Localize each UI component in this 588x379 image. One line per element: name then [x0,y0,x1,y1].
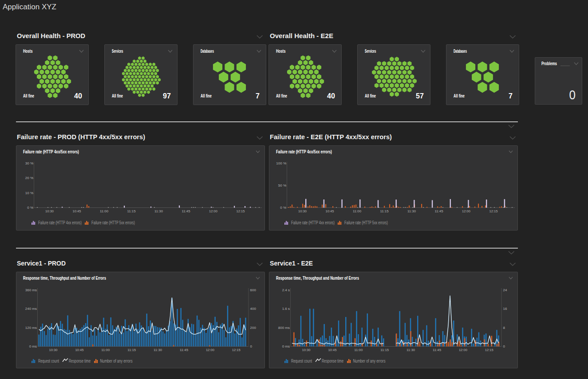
svg-text:11:30: 11:30 [154,348,162,352]
svg-text:12:15: 12:15 [485,348,494,352]
svg-text:8: 8 [503,326,505,330]
svg-text:11:45: 11:45 [435,209,444,213]
svg-text:Hosts: Hosts [23,49,33,54]
svg-text:11:00: 11:00 [354,348,363,352]
svg-text:Response time, Throughput and: Response time, Throughput and Number of … [23,275,106,281]
svg-text:Service1 - E2E: Service1 - E2E [270,259,313,267]
svg-text:12:00: 12:00 [209,209,218,213]
svg-text:Response time: Response time [69,359,91,363]
svg-text:12:15: 12:15 [237,209,245,213]
svg-text:10:45: 10:45 [75,348,84,352]
svg-text:10 %: 10 % [25,191,33,195]
svg-text:0 %: 0 % [280,206,286,210]
svg-text:100 %: 100 % [276,161,286,165]
svg-text:Failure rate - PROD (HTTP 4xx/: Failure rate - PROD (HTTP 4xx/5xx errors… [17,133,145,141]
svg-text:Failure rate (HTTP 5xx errors): Failure rate (HTTP 5xx errors) [91,220,135,225]
svg-text:11:00: 11:00 [101,348,110,352]
svg-text:200: 200 [250,326,257,330]
svg-text:10:30: 10:30 [298,209,307,213]
svg-text:40: 40 [327,92,335,100]
svg-text:12:00: 12:00 [462,209,471,213]
svg-text:10:30: 10:30 [45,209,54,213]
svg-text:11:15: 11:15 [380,348,389,352]
svg-text:11:15: 11:15 [127,348,136,352]
svg-text:30 %: 30 % [25,161,33,165]
svg-text:Overall Health - PROD: Overall Health - PROD [17,32,85,39]
svg-text:10:45: 10:45 [328,348,337,352]
svg-text:360 ms: 360 ms [25,288,37,292]
svg-text:All fine: All fine [112,94,123,98]
svg-text:0: 0 [569,87,576,102]
svg-text:Failure rate - E2E (HTTP 4xx/5: Failure rate - E2E (HTTP 4xx/5xx errors) [270,133,392,141]
svg-text:0 %: 0 % [27,206,33,210]
svg-text:12:15: 12:15 [489,209,498,213]
svg-text:Databases: Databases [454,49,467,54]
svg-text:All fine: All fine [365,94,376,98]
svg-text:Failure rate (HTTP 5xx errors): Failure rate (HTTP 5xx errors) [344,220,388,225]
svg-text:Service1 - PROD: Service1 - PROD [17,259,66,267]
svg-text:All fine: All fine [201,94,212,98]
svg-text:10:45: 10:45 [326,209,335,213]
svg-text:Number of any errors: Number of any errors [353,359,386,363]
svg-text:11:45: 11:45 [180,348,189,352]
svg-text:16: 16 [503,307,507,311]
svg-text:10:45: 10:45 [73,209,82,213]
svg-text:Failure rate (HTTP 4xx errors): Failure rate (HTTP 4xx errors) [291,220,335,225]
svg-text:11:45: 11:45 [433,348,442,352]
svg-text:800 ms: 800 ms [278,326,290,330]
svg-text:All fine: All fine [276,94,287,98]
svg-text:11:30: 11:30 [154,209,163,213]
svg-text:All fine: All fine [23,94,34,98]
svg-text:400: 400 [250,307,257,311]
svg-text:40: 40 [74,92,82,100]
svg-text:Databases: Databases [201,49,214,54]
svg-text:Request count: Request count [291,359,312,363]
svg-text:11:45: 11:45 [182,209,191,213]
svg-text:Application XYZ: Application XYZ [3,3,56,11]
svg-text:0: 0 [250,344,253,348]
svg-text:11:15: 11:15 [127,209,136,213]
svg-text:57: 57 [416,92,424,100]
svg-text:11:30: 11:30 [406,348,415,352]
svg-text:Problems: Problems [541,61,557,66]
svg-text:600: 600 [250,288,257,292]
svg-text:Failure rate (HTTP 4xx/5xx err: Failure rate (HTTP 4xx/5xx errors) [23,149,79,154]
svg-text:Response time, Throughput and: Response time, Throughput and Number of … [276,275,359,281]
svg-text:Number of any errors: Number of any errors [100,359,133,363]
svg-text:120 ms: 120 ms [25,326,37,330]
svg-text:Overall Health - E2E: Overall Health - E2E [270,32,333,39]
svg-text:Response time: Response time [322,359,343,363]
svg-text:11:00: 11:00 [353,209,362,213]
svg-text:Failure rate (HTTP 4xx/5xx err: Failure rate (HTTP 4xx/5xx errors) [276,149,332,154]
svg-text:0 ms: 0 ms [29,344,37,348]
svg-text:20 %: 20 % [25,176,33,180]
svg-text:All fine: All fine [454,94,465,98]
svg-text:1.6 s: 1.6 s [282,307,290,311]
svg-text:2.4 s: 2.4 s [282,288,290,292]
svg-text:24: 24 [503,288,507,292]
svg-text:11:15: 11:15 [380,209,389,213]
svg-text:11:30: 11:30 [407,209,416,213]
svg-text:0 ms: 0 ms [282,344,290,348]
svg-text:50 %: 50 % [278,184,286,188]
svg-text:12:15: 12:15 [232,348,241,352]
svg-text:10:30: 10:30 [302,348,311,352]
svg-text:12:00: 12:00 [459,348,468,352]
svg-text:97: 97 [163,92,171,100]
svg-text:12:00: 12:00 [206,348,215,352]
svg-text:7: 7 [509,92,513,100]
svg-text:Hosts: Hosts [276,49,286,54]
svg-text:240 ms: 240 ms [25,307,37,311]
svg-text:Services: Services [365,49,376,54]
svg-text:Request count: Request count [38,359,59,363]
svg-text:0: 0 [503,344,505,348]
svg-text:11:00: 11:00 [100,209,109,213]
svg-text:Services: Services [112,49,123,54]
svg-text:7: 7 [256,92,260,100]
svg-text:10:30: 10:30 [49,348,58,352]
svg-text:Failure rate (HTTP 4xx errors): Failure rate (HTTP 4xx errors) [38,220,82,225]
